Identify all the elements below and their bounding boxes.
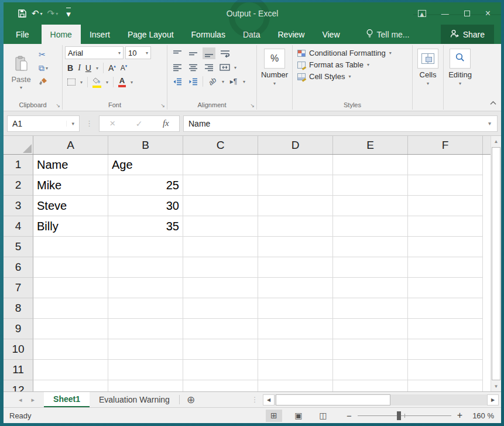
scroll-left-icon[interactable]: ◀ — [263, 394, 275, 405]
top-align-button[interactable] — [171, 47, 184, 59]
vertical-scrollbar[interactable]: ▲ ▼ — [491, 136, 501, 391]
tab-review[interactable]: Review — [269, 25, 314, 44]
horizontal-scrollbar[interactable]: ◀ ▶ — [263, 392, 499, 407]
cell-F5[interactable] — [408, 237, 483, 257]
cell-B3[interactable]: 30 — [108, 196, 183, 216]
align-center-button[interactable] — [187, 62, 200, 73]
cell-F11[interactable] — [408, 360, 483, 380]
row-header-9[interactable]: 9 — [4, 319, 33, 339]
scroll-right-icon[interactable]: ▶ — [487, 394, 499, 405]
sheet-tab-evaluation-warning[interactable]: Evaluation Warning — [90, 392, 179, 407]
editing-group-button[interactable]: Editing ▾ — [444, 44, 476, 111]
fill-color-dropdown[interactable]: ▾ — [106, 80, 108, 85]
borders-dropdown[interactable]: ▾ — [80, 80, 83, 85]
formula-bar-splitter[interactable]: ⋮ — [83, 119, 95, 128]
enter-button[interactable]: ✓ — [136, 119, 143, 128]
cell-A8[interactable] — [33, 298, 108, 319]
cell-A2[interactable]: Mike — [33, 175, 108, 196]
cell-F1[interactable] — [408, 155, 483, 175]
wrap-text-button[interactable] — [218, 47, 231, 59]
orientation-button[interactable]: ab — [206, 76, 219, 87]
cell-C4[interactable] — [183, 216, 258, 237]
row-header-4[interactable]: 4 — [4, 216, 33, 237]
merge-center-button[interactable] — [218, 62, 231, 73]
cell-B10[interactable] — [108, 339, 183, 360]
minimize-button[interactable]: — — [441, 9, 449, 18]
paste-button[interactable]: Paste ▾ — [6, 46, 36, 99]
alignment-dialog-launcher-icon[interactable]: ↘ — [250, 103, 255, 108]
page-layout-view-button[interactable]: ▣ — [290, 410, 307, 422]
number-group-button[interactable]: % Number ▾ — [257, 44, 292, 111]
cell-F3[interactable] — [408, 196, 483, 216]
cell-C12[interactable] — [183, 380, 258, 391]
close-button[interactable]: × — [485, 8, 491, 19]
collapse-ribbon-button[interactable] — [490, 97, 496, 107]
cell-D12[interactable] — [258, 380, 333, 391]
row-header-7[interactable]: 7 — [4, 278, 33, 298]
italic-button[interactable]: I — [78, 63, 81, 73]
cell-D9[interactable] — [258, 319, 333, 339]
new-sheet-button[interactable]: ⊕ — [180, 392, 202, 407]
cell-D4[interactable] — [258, 216, 333, 237]
ribbon-display-options-icon[interactable]: ▴ — [418, 10, 426, 17]
cell-E9[interactable] — [333, 319, 408, 339]
underline-button[interactable]: U — [85, 63, 91, 73]
column-header-A[interactable]: A — [33, 136, 108, 154]
copy-button[interactable]: ⧉▾ — [39, 63, 48, 73]
decrease-font-size-button[interactable]: A▾ — [121, 64, 128, 72]
cell-E3[interactable] — [333, 196, 408, 216]
cell-A11[interactable] — [33, 360, 108, 380]
cell-C3[interactable] — [183, 196, 258, 216]
cell-F4[interactable] — [408, 216, 483, 237]
cell-D1[interactable] — [258, 155, 333, 175]
zoom-level[interactable]: 160 % — [468, 411, 494, 420]
insert-function-button[interactable]: fx — [163, 118, 169, 128]
row-header-8[interactable]: 8 — [4, 298, 33, 319]
row-header-11[interactable]: 11 — [4, 360, 33, 380]
cell-B9[interactable] — [108, 319, 183, 339]
tab-view[interactable]: View — [313, 25, 348, 44]
cell-C1[interactable] — [183, 155, 258, 175]
page-break-preview-button[interactable]: ◫ — [315, 410, 331, 422]
text-direction-dropdown[interactable]: ▾ — [243, 79, 245, 84]
cells-group-button[interactable]: Cells ▾ — [413, 44, 443, 111]
cell-C10[interactable] — [183, 339, 258, 360]
align-right-button[interactable] — [203, 62, 215, 73]
cell-A3[interactable]: Steve — [33, 196, 108, 216]
tab-tell-me[interactable]: Tell me... — [357, 25, 419, 44]
cell-styles-button[interactable]: Cell Styles ▾ — [297, 72, 409, 81]
zoom-in-button[interactable]: + — [457, 410, 462, 421]
zoom-out-button[interactable]: − — [347, 411, 352, 421]
cell-B6[interactable] — [108, 257, 183, 278]
cell-C5[interactable] — [183, 237, 258, 257]
decrease-indent-button[interactable] — [171, 76, 184, 87]
scroll-down-icon[interactable]: ▼ — [491, 381, 501, 391]
cell-D5[interactable] — [258, 237, 333, 257]
font-color-button[interactable]: A — [118, 77, 126, 87]
cell-D6[interactable] — [258, 257, 333, 278]
fill-color-button[interactable] — [92, 77, 101, 88]
cell-B2[interactable]: 25 — [108, 175, 183, 196]
tab-formulas[interactable]: Formulas — [183, 25, 234, 44]
select-all-corner[interactable] — [4, 136, 33, 154]
cell-C2[interactable] — [183, 175, 258, 196]
cancel-button[interactable]: × — [109, 118, 115, 129]
horizontal-scrollbar-thumb[interactable] — [276, 394, 390, 405]
cell-F9[interactable] — [408, 319, 483, 339]
cell-B1[interactable]: Age — [108, 155, 183, 175]
cell-E2[interactable] — [333, 175, 408, 196]
name-box-dropdown[interactable]: ▾ — [66, 121, 79, 127]
row-header-3[interactable]: 3 — [4, 196, 33, 216]
align-left-button[interactable] — [171, 62, 184, 73]
zoom-slider[interactable] — [358, 415, 451, 416]
cut-button[interactable]: ✂ — [39, 50, 48, 59]
cell-A7[interactable] — [33, 278, 108, 298]
cell-E8[interactable] — [333, 298, 408, 319]
format-as-table-button[interactable]: Format as Table ▾ — [297, 60, 409, 69]
vertical-scrollbar-thumb[interactable] — [492, 147, 500, 380]
row-header-1[interactable]: 1 — [4, 155, 33, 175]
prev-sheet-icon[interactable]: ◂ — [19, 396, 22, 404]
cell-F6[interactable] — [408, 257, 483, 278]
cell-B4[interactable]: 35 — [108, 216, 183, 237]
clipboard-dialog-launcher-icon[interactable]: ↘ — [56, 103, 60, 108]
